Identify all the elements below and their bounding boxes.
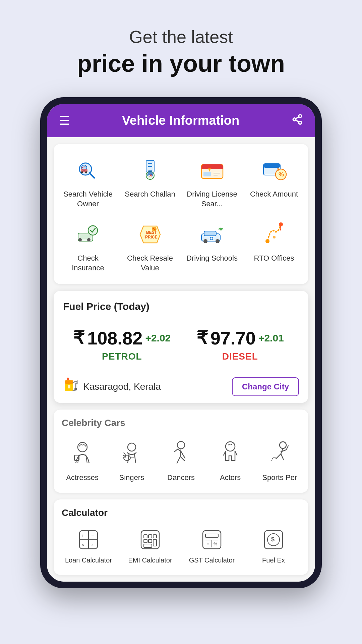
driving-schools-icon [197, 219, 227, 250]
petrol-label: PETROL [102, 351, 142, 362]
svg-rect-19 [203, 172, 211, 176]
svg-text:≡: ≡ [207, 542, 209, 546]
petrol-change: +2.02 [145, 332, 171, 344]
dancers-label: Dancers [167, 473, 195, 482]
singers-label: Singers [119, 473, 144, 482]
celebrity-item-dancers[interactable]: Dancers [158, 434, 204, 485]
grid-item-driving-license[interactable]: Driving License Sear... [183, 152, 241, 212]
share-icon[interactable] [292, 114, 303, 128]
svg-rect-45 [65, 380, 73, 384]
svg-point-56 [177, 441, 185, 449]
fuel-city: Kasaragod, Kerala [83, 381, 161, 392]
calculator-grid: + − × ÷ Loan Calculator [59, 524, 303, 567]
hero-title: price in your town [13, 50, 349, 77]
svg-rect-68 [148, 535, 152, 538]
svg-rect-71 [148, 539, 152, 543]
grid-item-driving-schools[interactable]: Driving Schools [183, 216, 241, 276]
driving-license-icon [197, 155, 227, 185]
diesel-col: ₹ 97.70 +2.01 DIESEL [181, 327, 299, 362]
grid-item-search-challan[interactable]: ✕ Search Challan [121, 152, 179, 212]
menu-icon[interactable]: ☰ [59, 114, 70, 128]
hero-subtitle: Get the latest [13, 27, 349, 47]
calc-item-gst[interactable]: ≡ % GST Calculator [182, 524, 241, 567]
svg-point-48 [78, 442, 87, 452]
celebrity-title: Celebrity Cars [59, 418, 303, 428]
svg-rect-72 [153, 539, 157, 546]
rto-offices-icon [259, 219, 289, 250]
svg-point-50 [128, 443, 136, 451]
fuel-price-card: Fuel Price (Today) ₹ 108.82 +2.02 PETROL… [54, 291, 308, 403]
svg-rect-67 [144, 535, 147, 538]
svg-rect-18 [201, 167, 223, 169]
check-amount-icon: % ₹ [259, 155, 289, 185]
svg-line-3 [296, 120, 299, 122]
dancers-icon [164, 436, 198, 470]
petrol-amount: ₹ 108.82 +2.02 [73, 327, 171, 348]
actors-label: Actors [220, 473, 241, 482]
grid-item-check-insurance[interactable]: Check Insurance [59, 216, 117, 276]
check-resale-icon: BEST PRICE [135, 219, 165, 250]
calc-item-emi[interactable]: EMI Calculator [121, 524, 180, 567]
svg-point-29 [87, 238, 90, 241]
petrol-price: 108.82 [87, 328, 142, 348]
app-header: ☰ Vehicle Information [47, 104, 315, 137]
calc-item-fuel-ex[interactable]: $ Fuel Ex [244, 524, 303, 567]
petrol-col: ₹ 108.82 +2.02 PETROL [63, 327, 181, 362]
check-resale-label: Check Resale Value [122, 254, 178, 273]
grid-item-check-amount[interactable]: % ₹ Check Amount [245, 152, 303, 212]
celebrity-item-singers[interactable]: Singers [108, 434, 155, 485]
vehicle-grid: Search Vehicle Owner ✕ [59, 152, 303, 276]
svg-point-42 [279, 222, 283, 226]
celebrity-grid: Actresses [59, 434, 303, 485]
svg-line-53 [124, 452, 126, 455]
svg-point-10 [85, 171, 87, 173]
svg-rect-23 [263, 164, 280, 168]
svg-point-38 [216, 239, 220, 243]
grid-item-rto-offices[interactable]: RTO Offices [245, 216, 303, 276]
svg-rect-70 [144, 539, 147, 543]
loan-calc-icon: + − × ÷ [75, 526, 102, 553]
celebrity-item-sports[interactable]: Sports Per [256, 434, 303, 485]
gst-calc-icon: ≡ % [198, 526, 225, 553]
svg-point-58 [280, 442, 286, 448]
grid-item-check-resale[interactable]: BEST PRICE Check Resale Value [121, 216, 179, 276]
grid-item-search-vehicle[interactable]: Search Vehicle Owner [59, 152, 117, 212]
phone-screen: ☰ Vehicle Information [47, 104, 315, 582]
fuel-pump-icon [63, 377, 79, 396]
svg-point-1 [293, 118, 296, 121]
driving-schools-label: Driving Schools [186, 254, 238, 263]
change-city-button[interactable]: Change City [232, 377, 299, 396]
svg-point-2 [299, 121, 302, 124]
phone-wrapper: ☰ Vehicle Information [40, 97, 322, 588]
calc-item-loan[interactable]: + − × ÷ Loan Calculator [59, 524, 118, 567]
svg-rect-36 [204, 231, 216, 236]
diesel-amount: ₹ 97.70 +2.01 [196, 327, 284, 348]
svg-point-41 [265, 239, 269, 243]
hero-section: Get the latest price in your town [0, 0, 362, 91]
svg-text:÷: ÷ [91, 543, 93, 547]
search-vehicle-icon [73, 155, 103, 185]
check-insurance-label: Check Insurance [60, 254, 116, 273]
petrol-symbol: ₹ [73, 327, 84, 348]
actresses-label: Actresses [66, 473, 99, 482]
vehicle-info-card: Search Vehicle Owner ✕ [54, 144, 308, 284]
fuel-card-title: Fuel Price (Today) [63, 301, 299, 312]
celebrity-item-actors[interactable]: Actors [207, 434, 254, 485]
svg-point-57 [226, 442, 235, 451]
fuel-location-row: Kasaragod, Kerala Change City [63, 377, 299, 396]
svg-text:PRICE: PRICE [145, 235, 158, 239]
svg-point-9 [81, 171, 83, 173]
svg-text:%: % [214, 542, 217, 546]
calculator-section: Calculator + − × ÷ [54, 499, 308, 575]
svg-rect-69 [153, 535, 157, 538]
svg-point-39 [210, 237, 213, 240]
app-title: Vehicle Information [122, 113, 240, 128]
celebrity-item-actresses[interactable]: Actresses [59, 434, 106, 485]
svg-rect-46 [68, 385, 70, 388]
sports-label: Sports Per [262, 473, 297, 482]
fuel-ex-label: Fuel Ex [262, 556, 285, 564]
rto-offices-label: RTO Offices [254, 254, 294, 263]
actors-icon [214, 436, 247, 470]
sports-icon [263, 436, 296, 470]
svg-point-40 [220, 228, 222, 230]
